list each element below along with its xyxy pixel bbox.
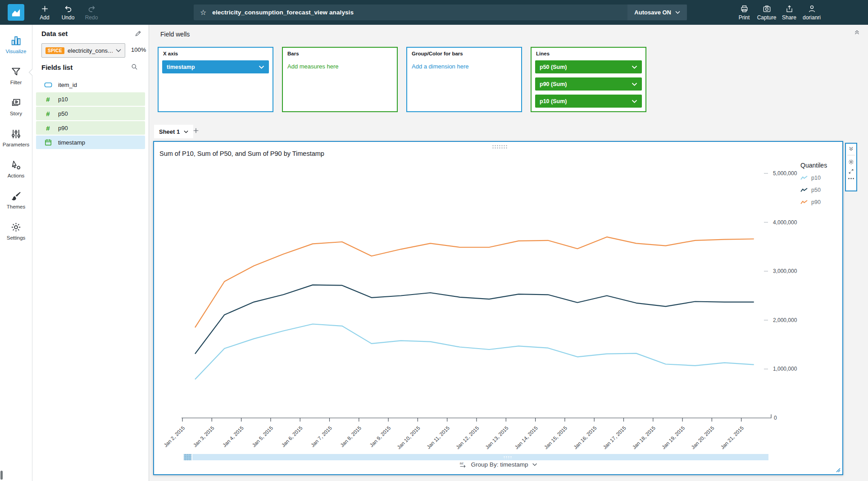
toolbar-divider [847,155,855,155]
fields-list: item_id#p10#p50#p90timestamp [36,78,145,150]
svg-text:Jan 18, 2015: Jan 18, 2015 [632,425,657,450]
scrollbar-left-button[interactable] [184,454,191,460]
filter-icon [10,66,22,77]
sidebar-item-label: Parameters [3,142,29,147]
share-button[interactable]: Share [779,3,800,22]
quicksight-logo[interactable] [8,4,24,21]
print-icon [740,5,749,13]
chevron-down-icon [259,65,264,69]
svg-text:Jan 9, 2015: Jan 9, 2015 [369,425,392,448]
add-sheet-button[interactable] [192,127,200,134]
add-dimension-placeholder[interactable]: Add a dimension here [412,63,468,70]
visual-settings-gear-icon[interactable] [848,159,854,165]
line-p10 [195,324,754,380]
calendar-icon [44,139,52,146]
legend-item-p50[interactable]: p50 [800,187,827,193]
main-area: Field wells X axis timestamp Bars Add me… [149,25,868,481]
themes-icon [10,191,22,202]
line-chart: Jan 2, 2015Jan 3, 2015Jan 4, 2015Jan 5, … [154,142,842,474]
collapse-visual-icon[interactable] [848,146,854,152]
pill-p10[interactable]: p10 (Sum) [535,95,642,108]
field-item-item_id[interactable]: item_id [36,78,145,91]
top-bar: Add Undo Redo ☆ electricity_consumption_… [0,0,868,25]
pill-p50[interactable]: p50 (Sum) [535,60,642,73]
svg-text:Jan 15, 2015: Jan 15, 2015 [543,425,568,450]
add-button[interactable]: Add [34,3,55,22]
capture-button[interactable]: Capture [756,3,777,22]
chevron-down-icon [632,100,637,103]
well-group-color[interactable]: Group/Color for bars Add a dimension her… [406,47,522,112]
fields-list-header: Fields list [41,64,73,71]
dataset-select[interactable]: SPICE electricity_cons… [41,43,125,58]
edit-pencil-icon[interactable] [135,30,141,37]
pill-timestamp[interactable]: timestamp [162,60,269,73]
tab-sheet-1[interactable]: Sheet 1 [154,125,193,138]
measure-hash-icon: # [44,96,52,103]
scrollbar-track[interactable] [192,454,768,460]
maximize-visual-icon[interactable] [848,168,854,174]
chevron-down-icon [532,463,537,466]
sidebar-item-parameters[interactable]: Parameters [0,123,32,152]
svg-text:0: 0 [774,415,777,421]
field-wells-header: Field wells [160,31,190,38]
sidebar-item-themes[interactable]: Themes [0,186,32,214]
well-x-axis[interactable]: X axis timestamp [158,47,273,112]
field-label: p10 [58,96,68,103]
sidebar-item-label: Visualize [6,49,27,54]
svg-text:Jan 16, 2015: Jan 16, 2015 [573,425,598,450]
legend-item-p10[interactable]: p10 [800,175,827,181]
collapse-field-wells-icon[interactable] [854,29,860,35]
dataset-header: Data set [41,30,68,37]
svg-text:Jan 14, 2015: Jan 14, 2015 [514,425,539,450]
well-bars[interactable]: Bars Add measures here [282,47,398,112]
zoom-level: 100% [131,46,146,53]
toolbar-actions: Add Undo Redo [34,3,102,22]
svg-text:Jan 20, 2015: Jan 20, 2015 [690,425,715,450]
sidebar-item-label: Actions [8,173,25,178]
favorite-star-icon[interactable]: ☆ [200,9,206,16]
analysis-title: electricity_consumption_forecast_view an… [212,9,354,16]
well-lines[interactable]: Lines p50 (Sum)p90 (Sum)p10 (Sum) [531,47,646,112]
user-menu[interactable]: dorianri [801,3,822,22]
search-icon[interactable] [131,64,138,70]
field-item-p90[interactable]: #p90 [36,121,145,135]
add-measures-placeholder[interactable]: Add measures here [287,63,338,70]
svg-text:Jan 10, 2015: Jan 10, 2015 [396,425,421,450]
chevron-down-icon [184,130,188,133]
parameters-icon [10,128,22,140]
user-icon [808,5,816,13]
field-label: p50 [58,110,68,117]
svg-text:Jan 2, 2015: Jan 2, 2015 [163,425,186,448]
window-scrollbar-thumb[interactable] [0,471,3,480]
svg-text:5,000,000: 5,000,000 [773,170,797,177]
chevron-down-icon [632,65,637,69]
sidebar-item-filter[interactable]: Filter [0,61,32,90]
sidebar-item-story[interactable]: Story [0,92,32,121]
visual-menu-ellipsis-icon[interactable] [848,177,854,180]
autosave-toggle[interactable]: Autosave ON [627,5,687,20]
group-by-control[interactable]: az Group By: timestamp [459,461,537,468]
actions-icon [10,159,22,171]
field-item-p10[interactable]: #p10 [36,92,145,106]
print-button[interactable]: Print [734,3,754,22]
field-item-timestamp[interactable]: timestamp [36,136,145,149]
quicksight-logo-icon [11,7,21,18]
svg-text:1,000,000: 1,000,000 [773,366,797,372]
field-item-p50[interactable]: #p50 [36,107,145,120]
svg-text:Jan 3, 2015: Jan 3, 2015 [192,425,215,448]
line-chart-visual[interactable]: Sum of P10, Sum of P50, and Sum of P90 b… [153,141,843,475]
sort-az-icon: az [459,461,467,468]
chart-horizontal-scrollbar [184,454,768,460]
svg-text:Jan 8, 2015: Jan 8, 2015 [339,425,362,448]
svg-text:Jan 11, 2015: Jan 11, 2015 [426,425,450,450]
sidebar-item-visualize[interactable]: Visualize [0,30,32,59]
pill-p90[interactable]: p90 (Sum) [535,77,642,91]
redo-button[interactable]: Redo [81,3,102,22]
svg-text:Jan 21, 2015: Jan 21, 2015 [720,425,745,450]
camera-icon [763,5,771,13]
sidebar-item-settings[interactable]: Settings [0,217,32,245]
sidebar-item-actions[interactable]: Actions [0,154,32,183]
undo-button[interactable]: Undo [58,3,78,22]
legend-item-p90[interactable]: p90 [800,199,827,205]
resize-handle[interactable] [835,467,841,472]
